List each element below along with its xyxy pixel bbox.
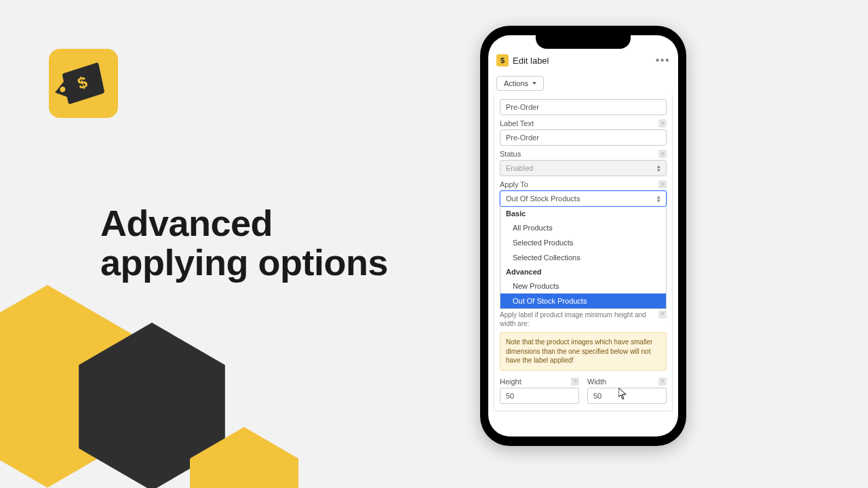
actions-button-label: Actions bbox=[504, 79, 528, 87]
apply-to-select[interactable]: Out Of Stock Products ▴▾ bbox=[500, 190, 667, 207]
label-name-value: Pre-Order bbox=[506, 103, 539, 111]
dropdown-group-basic: Basic bbox=[500, 207, 666, 220]
apply-note-text: Apply label if product image minimum hei… bbox=[500, 310, 658, 328]
dropdown-group-advanced: Advanced bbox=[500, 265, 666, 279]
more-menu-icon[interactable]: ••• bbox=[656, 54, 670, 66]
dropdown-item-new-products[interactable]: New Products bbox=[500, 279, 666, 293]
headline-line-1: Advanced bbox=[100, 203, 273, 243]
help-icon[interactable]: ? bbox=[658, 180, 667, 188]
label-text-label: Label Text bbox=[500, 119, 534, 127]
dimensions-row: Height ? 50 Width ? 50 bbox=[500, 378, 667, 404]
status-select[interactable]: Enabled ▴▾ bbox=[500, 160, 667, 176]
app-icon-tile bbox=[49, 49, 118, 118]
apply-to-label: Apply To bbox=[500, 180, 528, 188]
price-tag-icon bbox=[62, 62, 105, 105]
page-title: Edit label bbox=[513, 56, 652, 66]
form-panel: Pre-Order Label Text ? Pre-Order bbox=[494, 95, 673, 411]
svg-marker-2 bbox=[190, 427, 298, 488]
dropdown-item-out-of-stock[interactable]: Out Of Stock Products bbox=[500, 293, 666, 308]
dropdown-item-selected-products[interactable]: Selected Products bbox=[500, 235, 666, 250]
hexagon-yellow-small bbox=[190, 427, 298, 488]
tag-hole-icon bbox=[60, 86, 66, 93]
height-label: Height bbox=[500, 378, 521, 386]
width-label: Width bbox=[587, 378, 606, 386]
dropdown-item-all-products[interactable]: All Products bbox=[500, 220, 666, 235]
select-handle-icon: ▴▾ bbox=[657, 195, 660, 203]
help-icon[interactable]: ? bbox=[658, 310, 667, 319]
help-icon[interactable]: ? bbox=[658, 378, 667, 386]
label-name-input[interactable]: Pre-Order bbox=[500, 99, 667, 115]
marketing-headline: Advanced applying options bbox=[100, 203, 388, 283]
height-value: 50 bbox=[506, 392, 514, 400]
width-value: 50 bbox=[593, 392, 601, 400]
select-handle-icon: ▴▾ bbox=[657, 164, 660, 172]
phone-screen: $ Edit label ••• Actions Pre-Order bbox=[488, 35, 678, 436]
help-icon[interactable]: ? bbox=[571, 378, 579, 386]
width-input[interactable]: 50 bbox=[587, 388, 667, 404]
chevron-down-icon bbox=[532, 82, 536, 85]
dropdown-item-selected-collections[interactable]: Selected Collections bbox=[500, 250, 666, 265]
headline-line-2: applying options bbox=[100, 242, 388, 283]
status-value: Enabled bbox=[506, 164, 533, 172]
slide-canvas: Advanced applying options $ Edit label •… bbox=[0, 0, 868, 488]
height-input[interactable]: 50 bbox=[500, 388, 579, 404]
dimensions-warning: Note that the product images which have … bbox=[500, 332, 667, 371]
apply-to-dropdown: Basic All Products Selected Products Sel… bbox=[500, 207, 667, 309]
phone-frame: $ Edit label ••• Actions Pre-Order bbox=[480, 26, 686, 446]
label-text-value: Pre-Order bbox=[506, 134, 539, 142]
label-text-input[interactable]: Pre-Order bbox=[500, 129, 667, 146]
phone-notch bbox=[536, 33, 631, 49]
actions-button[interactable]: Actions bbox=[496, 76, 544, 91]
help-icon[interactable]: ? bbox=[658, 119, 667, 127]
apply-note-row: Apply label if product image minimum hei… bbox=[500, 310, 667, 328]
dimensions-warning-text: Note that the product images which have … bbox=[506, 338, 652, 364]
apply-to-value: Out Of Stock Products bbox=[506, 195, 580, 203]
status-label: Status bbox=[500, 150, 521, 158]
help-icon[interactable]: ? bbox=[658, 150, 667, 158]
app-mini-icon: $ bbox=[496, 54, 509, 66]
